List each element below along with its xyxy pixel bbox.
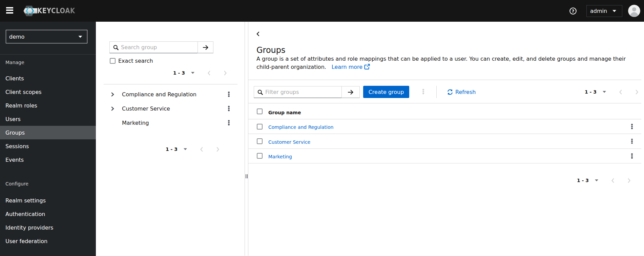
pagination-caret-icon[interactable]	[191, 72, 194, 74]
group-link[interactable]: Marketing	[268, 154, 292, 159]
sidebar-item-events[interactable]: Events	[0, 153, 96, 166]
current-realm-name: demo	[9, 34, 24, 40]
nav-toggle-hamburger-icon[interactable]	[6, 7, 13, 14]
page-title: Groups	[256, 45, 286, 56]
pagination-range[interactable]: 1 - 3	[585, 89, 597, 95]
sidebar-item-authentication[interactable]: Authentication	[0, 207, 96, 221]
collapse-panel-button[interactable]	[254, 31, 262, 37]
realm-selector-dropdown[interactable]: demo	[6, 30, 87, 43]
pagination-prev-button[interactable]	[208, 71, 210, 76]
pagination-next-button[interactable]	[224, 71, 227, 76]
help-button[interactable]: ?	[569, 7, 577, 15]
tree-item-label[interactable]: Compliance and Regulation	[122, 91, 196, 98]
tree-pagination-bottom: 1 - 3	[166, 146, 219, 152]
keycloak-logo[interactable]: KEYCLOAK	[23, 5, 80, 17]
pagination-prev-button[interactable]	[200, 147, 203, 152]
sidebar-item-sessions[interactable]: Sessions	[0, 139, 96, 153]
keycloak-hexagon-icon	[23, 5, 37, 17]
tree-item-kebab-menu[interactable]	[228, 106, 230, 111]
table-pagination-bottom: 1 - 3	[577, 178, 630, 183]
sidebar-item-groups[interactable]: Groups	[0, 126, 96, 139]
avatar[interactable]	[628, 5, 640, 17]
filter-groups-input[interactable]	[265, 86, 341, 98]
filter-groups-submit-button[interactable]	[341, 86, 360, 98]
pagination-prev-button[interactable]	[619, 90, 622, 95]
exact-search-label[interactable]: Exact search	[118, 58, 153, 64]
tree-item-kebab-menu[interactable]	[228, 92, 230, 97]
row-kebab-menu[interactable]	[631, 124, 633, 129]
sidebar-item-client-scopes[interactable]: Client scopes	[0, 85, 96, 99]
column-header-group-name: Group name	[268, 110, 301, 115]
pagination-range[interactable]: 1 - 3	[173, 70, 185, 76]
pagination-next-button[interactable]	[636, 90, 638, 95]
select-all-checkbox[interactable]	[257, 109, 263, 114]
tree-item-customer-service: Customer Service	[96, 101, 245, 116]
pagination-next-button[interactable]	[216, 147, 219, 152]
pagination-caret-icon[interactable]	[603, 91, 606, 93]
tree-search-group	[109, 41, 213, 53]
table-row: Customer Service	[248, 134, 641, 149]
tree-item-label[interactable]: Marketing	[122, 120, 149, 126]
sidebar-item-user-federation[interactable]: User federation	[0, 234, 96, 248]
pagination-prev-button[interactable]	[611, 178, 614, 183]
masthead: KEYCLOAK ? admin	[0, 0, 644, 22]
groups-tree-panel: Exact search 1 - 3 Compliance and Regula…	[96, 22, 245, 256]
table-row: Marketing	[248, 149, 641, 163]
avatar-icon	[628, 5, 640, 17]
sidebar-item-realm-settings[interactable]: Realm settings	[0, 194, 96, 207]
panel-resize-splitter[interactable]	[245, 22, 248, 256]
nav-section-configure: Configure	[5, 181, 28, 186]
tree-item-kebab-menu[interactable]	[228, 120, 230, 125]
row-kebab-menu[interactable]	[631, 153, 633, 159]
groups-toolbar: Create group Refresh 1 - 3	[248, 80, 641, 103]
tree-search-input[interactable]	[121, 42, 198, 53]
user-menu-dropdown[interactable]: admin	[586, 5, 622, 17]
tree-pagination-top: 1 - 3	[173, 70, 227, 76]
row-checkbox[interactable]	[257, 124, 263, 130]
table-row: Compliance and Regulation	[248, 119, 641, 134]
expand-chevron-icon[interactable]	[110, 92, 115, 97]
row-checkbox[interactable]	[257, 138, 263, 144]
pagination-range[interactable]: 1 - 3	[577, 178, 589, 183]
tree-item-marketing: Marketing	[96, 116, 245, 130]
group-link[interactable]: Customer Service	[268, 139, 310, 145]
pagination-caret-icon[interactable]	[184, 148, 187, 150]
table-pagination-top: 1 - 3	[585, 89, 638, 95]
refresh-icon	[447, 89, 453, 95]
expand-chevron-icon[interactable]	[110, 106, 115, 111]
tree-divider	[104, 84, 237, 84]
arrow-right-icon	[203, 45, 209, 50]
refresh-button[interactable]: Refresh	[447, 89, 476, 95]
sidebar-item-clients[interactable]: Clients	[0, 72, 96, 85]
nav-section-manage: Manage	[5, 60, 24, 65]
create-group-button[interactable]: Create group	[363, 86, 409, 98]
sidebar-divider	[0, 54, 96, 55]
sidebar-item-users[interactable]: Users	[0, 112, 96, 126]
caret-down-icon	[78, 36, 82, 38]
angle-left-icon	[256, 32, 259, 36]
brand-wordmark: KEYCLOAK	[37, 7, 75, 15]
group-link[interactable]: Compliance and Regulation	[268, 124, 333, 130]
caret-down-icon	[612, 10, 616, 12]
sidebar-nav: demo Manage Clients Client scopes Realm …	[0, 22, 96, 256]
exact-search-checkbox[interactable]	[110, 58, 116, 64]
learn-more-link[interactable]: Learn more	[332, 64, 370, 70]
row-checkbox[interactable]	[257, 153, 263, 159]
pagination-caret-icon[interactable]	[595, 179, 598, 181]
pagination-next-button[interactable]	[628, 178, 630, 183]
groups-table: Group name Compliance and Regulation Cus…	[248, 103, 641, 163]
tree-search-submit-button[interactable]	[198, 41, 213, 53]
table-header-row: Group name	[248, 103, 641, 119]
row-kebab-menu[interactable]	[631, 139, 633, 144]
sidebar-item-identity-providers[interactable]: Identity providers	[0, 221, 96, 234]
search-icon	[113, 45, 119, 50]
toolbar-separator	[436, 86, 437, 98]
sidebar-item-realm-roles[interactable]: Realm roles	[0, 99, 96, 112]
toolbar-kebab-menu[interactable]	[420, 87, 426, 96]
pagination-range[interactable]: 1 - 3	[166, 146, 178, 152]
tree-item-label[interactable]: Customer Service	[122, 105, 170, 112]
tree-item-compliance-and-regulation: Compliance and Regulation	[96, 87, 245, 101]
question-circle-icon: ?	[569, 7, 577, 15]
svg-text:?: ?	[572, 8, 574, 14]
main-content: Groups A group is a set of attributes an…	[248, 22, 641, 256]
